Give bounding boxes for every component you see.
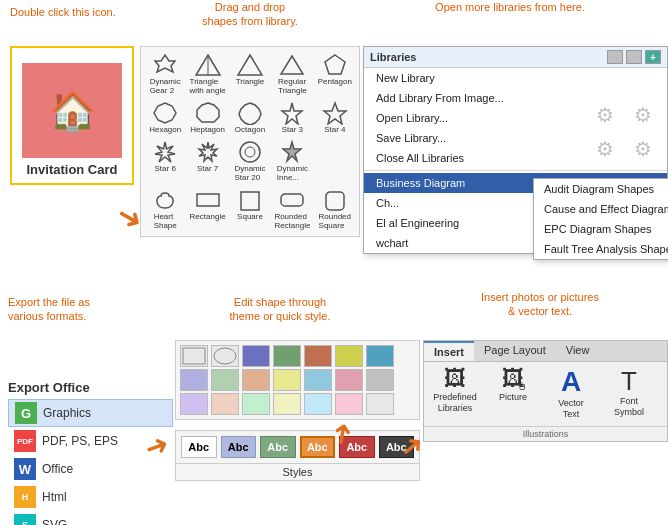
shape-cell[interactable]: Star 6 — [145, 138, 185, 184]
ribbon-btn-label: FontSymbol — [614, 396, 644, 418]
strip-shape-cell[interactable] — [366, 345, 394, 367]
styles-label: Styles — [176, 463, 419, 480]
tab-view[interactable]: View — [556, 341, 600, 361]
strip-shape-cell[interactable] — [304, 369, 332, 391]
shape-cell[interactable]: RoundedRectangle — [272, 186, 312, 232]
shape-cell[interactable]: DynamicInne... — [272, 138, 312, 184]
lib-ctrl-3[interactable]: + — [645, 50, 661, 64]
strip-shape-cell[interactable] — [242, 369, 270, 391]
invitation-card-panel[interactable]: 🏠 Invitation Card — [10, 46, 134, 185]
shapes-grid: DynamicGear 2 Trianglewith angle Triangl… — [141, 47, 359, 236]
strip-shape-cell[interactable] — [180, 393, 208, 415]
strip-shape-cell[interactable] — [211, 393, 239, 415]
invitation-card-image: 🏠 — [22, 63, 122, 158]
shape-cell[interactable]: Square — [230, 186, 270, 232]
annotation-edit-shape: Edit shape throughtheme or quick style. — [185, 295, 375, 324]
abc-btn-white[interactable]: Abc — [181, 436, 217, 458]
abc-btn-green[interactable]: Abc — [260, 436, 296, 458]
submenu-epc[interactable]: EPC Diagram Shapes — [534, 219, 668, 239]
strip-shape-cell[interactable] — [242, 345, 270, 367]
insert-ribbon-panel: Insert Page Layout View 🖼 PredefinedLibr… — [423, 340, 668, 442]
style-strip-panel: Abc Abc Abc Abc Abc Abc Styles — [175, 430, 420, 481]
ribbon-btn-vector-text[interactable]: A VectorText — [546, 368, 596, 420]
lib-ctrl-1[interactable] — [607, 50, 623, 64]
export-office-title: Export Office — [8, 380, 173, 395]
shape-cell[interactable]: Star 4 — [315, 99, 355, 136]
shape-strip-panel — [175, 340, 420, 420]
svg-rect-16 — [197, 194, 219, 206]
sidebar-item-label: Graphics — [43, 406, 91, 420]
strip-shape-cell[interactable] — [273, 393, 301, 415]
strip-shape-cell[interactable] — [335, 345, 363, 367]
gear-icon-4: ⚙ — [628, 134, 658, 164]
sidebar-item-html[interactable]: H Html — [8, 483, 173, 511]
shape-cell[interactable]: Rectangle — [187, 186, 227, 232]
tab-page-layout[interactable]: Page Layout — [474, 341, 556, 361]
svg-marker-10 — [324, 103, 346, 124]
svg-marker-3 — [238, 55, 262, 75]
svg-point-21 — [214, 348, 236, 364]
shape-cell[interactable]: RegularTriangle — [272, 51, 312, 97]
ribbon-btn-label: Picture — [499, 392, 527, 403]
shape-cell[interactable]: Octagon — [230, 99, 270, 136]
svg-rect-19 — [326, 192, 344, 210]
submenu-fault[interactable]: Fault Tree Analysis Shapes — [534, 239, 668, 259]
submenu-audit[interactable]: Audit Diagram Shapes — [534, 179, 668, 199]
shape-cell[interactable]: Hexagon — [145, 99, 185, 136]
sidebar-item-svg[interactable]: S SVG — [8, 511, 173, 525]
strip-shape-cell[interactable] — [304, 393, 332, 415]
shape-cell[interactable]: Pentagon — [315, 51, 355, 97]
ribbon-btn-predefined-libraries[interactable]: 🖼 PredefinedLibraries — [430, 368, 480, 420]
strip-shape-cell[interactable] — [211, 369, 239, 391]
svg-rect-20 — [183, 348, 205, 364]
shape-strip-row — [180, 345, 415, 367]
sidebar-item-graphics[interactable]: G Graphics — [8, 399, 173, 427]
shapes-panel: DynamicGear 2 Trianglewith angle Triangl… — [140, 46, 360, 237]
shape-cell[interactable]: DynamicStar 20 — [230, 138, 270, 184]
strip-shape-cell[interactable] — [273, 369, 301, 391]
lib-new-library[interactable]: New Library — [364, 68, 667, 88]
strip-shape-cell[interactable] — [242, 393, 270, 415]
shape-cell[interactable]: RoundedSquare — [315, 186, 355, 232]
svg-marker-12 — [199, 142, 217, 161]
svg-marker-5 — [325, 55, 345, 74]
shape-cell[interactable]: HeartShape — [145, 186, 185, 232]
shape-cell[interactable]: Star 7 — [187, 138, 227, 184]
strip-shape-cell[interactable] — [335, 369, 363, 391]
predefined-libraries-icon: 🖼 — [444, 368, 466, 390]
business-diagram-submenu: Audit Diagram Shapes Cause and Effect Di… — [533, 178, 668, 260]
shape-cell[interactable]: DynamicGear 2 — [145, 51, 185, 97]
ribbon-btn-font-symbol[interactable]: T FontSymbol — [604, 368, 654, 420]
strip-shape-cell[interactable] — [180, 345, 208, 367]
shape-strip-row — [180, 369, 415, 391]
shape-cell[interactable]: Heptagon — [187, 99, 227, 136]
shape-cell[interactable]: Trianglewith angle — [187, 51, 227, 97]
submenu-cause[interactable]: Cause and Effect Diagram — [534, 199, 668, 219]
sidebar-item-label: Office — [42, 462, 73, 476]
strip-shape-cell[interactable] — [180, 369, 208, 391]
annotation-export-file: Export the file asvarious formats. — [8, 295, 158, 324]
svg-point-14 — [245, 147, 255, 157]
ribbon-btn-label: PredefinedLibraries — [433, 392, 477, 414]
sidebar-item-label: SVG — [42, 518, 67, 525]
lib-separator — [364, 170, 667, 171]
svg-marker-11 — [155, 142, 175, 162]
ribbon-btn-label: VectorText — [558, 398, 584, 420]
tab-insert[interactable]: Insert — [424, 341, 474, 361]
pdf-icon: PDF — [14, 430, 36, 452]
lib-ctrl-2[interactable] — [626, 50, 642, 64]
annotation-open-libraries: Open more libraries from here. — [390, 0, 630, 14]
svg-marker-15 — [283, 142, 301, 161]
shape-cell[interactable]: Triangle — [230, 51, 270, 97]
word-icon: W — [14, 458, 36, 480]
strip-shape-cell[interactable] — [211, 345, 239, 367]
abc-btn-blue[interactable]: Abc — [221, 436, 257, 458]
shape-cell[interactable]: Star 3 — [272, 99, 312, 136]
ribbon-btn-picture[interactable]: 🖼🖱 Picture — [488, 368, 538, 420]
strip-shape-cell[interactable] — [366, 369, 394, 391]
strip-shape-cell[interactable] — [335, 393, 363, 415]
strip-shape-cell[interactable] — [273, 345, 301, 367]
strip-shape-cell[interactable] — [366, 393, 394, 415]
shape-strip-row — [180, 393, 415, 415]
strip-shape-cell[interactable] — [304, 345, 332, 367]
